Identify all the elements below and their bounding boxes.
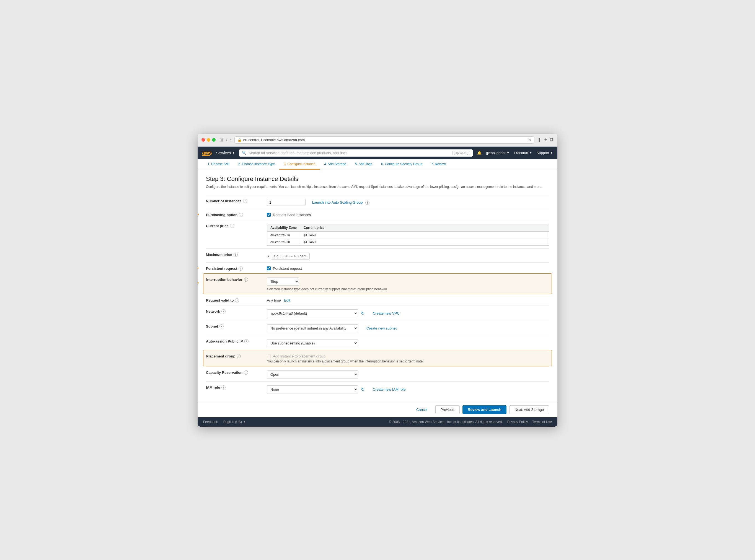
iam-role-select[interactable]: None bbox=[267, 385, 358, 394]
network-refresh-button[interactable]: ↻ bbox=[361, 311, 364, 316]
placement-group-checkbox-label: Add instance to placement group bbox=[273, 354, 325, 358]
capacity-reservation-label: Capacity Reservation i bbox=[206, 369, 267, 375]
create-new-vpc-link[interactable]: Create new VPC bbox=[373, 311, 400, 315]
request-valid-to-info-icon[interactable]: i bbox=[235, 298, 239, 302]
search-icon: 🔍 bbox=[242, 151, 246, 155]
share-icon[interactable]: ⬆ bbox=[537, 137, 541, 143]
number-of-instances-info-icon[interactable]: i bbox=[243, 199, 247, 203]
support-menu-button[interactable]: Support ▼ bbox=[537, 151, 553, 155]
price-cell-az-1: eu-central-1b bbox=[267, 239, 300, 245]
auto-assign-ip-value: Use subnet setting (Enable) Enable Disab… bbox=[267, 338, 549, 347]
review-and-launch-button[interactable]: Review and Launch bbox=[462, 405, 506, 414]
interruption-behavior-info-icon[interactable]: i bbox=[244, 278, 248, 282]
iam-role-refresh-button[interactable]: ↻ bbox=[361, 387, 364, 392]
auto-assign-ip-select[interactable]: Use subnet setting (Enable) Enable Disab… bbox=[267, 339, 358, 347]
placement-group-info-icon[interactable]: i bbox=[237, 354, 241, 358]
create-new-iam-role-link[interactable]: Create new IAM role bbox=[373, 387, 406, 392]
maximum-price-value: $ bbox=[267, 252, 549, 260]
network-select[interactable]: vpc-c9c144a3 (default) bbox=[267, 309, 358, 317]
region-caret-icon: ▼ bbox=[530, 151, 532, 154]
lock-icon: 🔒 bbox=[237, 138, 242, 142]
language-selector[interactable]: English (US) ▼ bbox=[223, 420, 246, 424]
subnet-info-icon[interactable]: i bbox=[219, 324, 224, 328]
language-caret-icon: ▼ bbox=[243, 420, 246, 423]
price-row-0: eu-central-1a $1.1469 bbox=[267, 232, 549, 239]
persistent-request-row: ➤ Persistent request i Persistent reques… bbox=[206, 262, 549, 273]
persistent-request-label: Persistent request i bbox=[206, 265, 267, 271]
dollar-sign: $ bbox=[267, 254, 269, 258]
feedback-link[interactable]: Feedback bbox=[203, 420, 218, 424]
aws-footer: Feedback English (US) ▼ © 2008 - 2021, A… bbox=[198, 417, 557, 427]
services-caret-icon: ▼ bbox=[232, 151, 235, 154]
wizard-step-ami[interactable]: 1. Choose AMI bbox=[203, 159, 234, 169]
tabs-icon[interactable]: ⧉ bbox=[550, 137, 554, 143]
cancel-button[interactable]: Cancel bbox=[411, 406, 432, 414]
username-label: glenn.jocher bbox=[486, 151, 505, 155]
network-row: Network i vpc-c9c144a3 (default) ↻ Creat… bbox=[206, 305, 549, 320]
wizard-step-add-storage[interactable]: 4. Add Storage bbox=[320, 159, 350, 169]
maximum-price-input[interactable] bbox=[271, 253, 310, 260]
persistent-request-arrow-icon: ➤ bbox=[198, 264, 200, 272]
request-spot-checkbox[interactable] bbox=[267, 213, 271, 217]
address-bar[interactable]: 🔒 eu-central-1.console.aws.amazon.com ↻ bbox=[234, 136, 535, 144]
maximum-price-input-group: $ bbox=[267, 253, 549, 260]
auto-assign-ip-info-icon[interactable]: i bbox=[244, 339, 249, 343]
launch-asg-link[interactable]: Launch into Auto Scaling Group bbox=[312, 200, 363, 204]
capacity-reservation-select[interactable]: Open bbox=[267, 371, 358, 379]
interruption-behavior-label: Interruption behavior i bbox=[206, 276, 267, 282]
new-tab-icon[interactable]: + bbox=[544, 137, 547, 143]
number-of-instances-input[interactable] bbox=[267, 199, 305, 206]
previous-button[interactable]: Previous bbox=[435, 405, 460, 414]
wizard-step-configure-instance[interactable]: 3. Configure Instance bbox=[279, 159, 320, 169]
price-col-az-header: Availability Zone bbox=[267, 224, 300, 231]
placement-group-value: Add instance to placement group You can … bbox=[267, 353, 549, 363]
forward-button[interactable]: › bbox=[230, 138, 231, 142]
persistent-request-checkbox[interactable] bbox=[267, 266, 271, 270]
current-price-value: Availability Zone Current price eu-centr… bbox=[267, 223, 549, 246]
privacy-policy-link[interactable]: Privacy Policy bbox=[507, 420, 528, 424]
main-content: Step 3: Configure Instance Details Confi… bbox=[198, 170, 557, 402]
launch-asg-info-icon[interactable]: i bbox=[365, 201, 370, 205]
capacity-reservation-value: Open bbox=[267, 369, 549, 379]
close-button[interactable] bbox=[201, 138, 205, 142]
interruption-behavior-row: ➤ Interruption behavior i Stop Hibernate… bbox=[203, 273, 552, 294]
wizard-step-review[interactable]: 7. Review bbox=[427, 159, 450, 169]
next-add-storage-button[interactable]: Next: Add Storage bbox=[509, 405, 549, 414]
services-label: Services bbox=[216, 151, 231, 155]
placement-group-checkbox-row: Add instance to placement group bbox=[267, 354, 549, 358]
create-new-subnet-link[interactable]: Create new subnet bbox=[366, 326, 397, 331]
interruption-behavior-value: Stop Hibernate Terminate Selected instan… bbox=[267, 276, 549, 291]
network-value: vpc-c9c144a3 (default) ↻ Create new VPC bbox=[267, 308, 549, 317]
minimize-button[interactable] bbox=[207, 138, 210, 142]
terms-of-use-link[interactable]: Terms of Use bbox=[532, 420, 552, 424]
aws-logo-text: aws bbox=[202, 150, 212, 156]
capacity-reservation-info-icon[interactable]: i bbox=[244, 371, 248, 375]
region-menu-button[interactable]: Frankfurt ▼ bbox=[514, 151, 532, 155]
sidebar-toggle-icon[interactable]: ⊞ bbox=[219, 137, 223, 142]
persistent-request-info-icon[interactable]: i bbox=[239, 266, 243, 271]
current-price-info-icon[interactable]: i bbox=[230, 224, 234, 228]
network-info-icon[interactable]: i bbox=[221, 309, 225, 314]
wizard-step-security-group[interactable]: 6. Configure Security Group bbox=[377, 159, 427, 169]
services-menu-button[interactable]: Services ▼ bbox=[216, 151, 235, 155]
purchasing-option-info-icon[interactable]: i bbox=[239, 213, 243, 217]
refresh-icon[interactable]: ↻ bbox=[528, 138, 531, 142]
back-button[interactable]: ‹ bbox=[226, 138, 227, 142]
notifications-button[interactable]: 🔔 bbox=[477, 151, 481, 155]
wizard-step-add-tags[interactable]: 5. Add Tags bbox=[351, 159, 377, 169]
auto-assign-ip-label: Auto-assign Public IP i bbox=[206, 338, 267, 343]
global-search-bar[interactable]: 🔍 Search for services, features, marketp… bbox=[239, 149, 473, 157]
price-cell-az-0: eu-central-1a bbox=[267, 232, 300, 239]
wizard-step-instance-type[interactable]: 2. Choose Instance Type bbox=[234, 159, 280, 169]
subnet-select[interactable]: No preference (default subnet in any Ava… bbox=[267, 324, 358, 332]
user-caret-icon: ▼ bbox=[507, 151, 510, 154]
maximum-price-info-icon[interactable]: i bbox=[234, 253, 238, 257]
maximize-button[interactable] bbox=[212, 138, 216, 142]
interruption-behavior-select[interactable]: Stop Hibernate Terminate bbox=[267, 278, 299, 285]
iam-role-info-icon[interactable]: i bbox=[221, 385, 225, 389]
user-menu-button[interactable]: glenn.jocher ▼ bbox=[486, 151, 510, 155]
request-spot-label: Request Spot instances bbox=[273, 213, 311, 217]
request-valid-to-edit-link[interactable]: Edit bbox=[284, 298, 290, 302]
placement-group-checkbox bbox=[267, 355, 271, 358]
number-of-instances-row: Number of instances i Launch into Auto S… bbox=[206, 195, 549, 208]
